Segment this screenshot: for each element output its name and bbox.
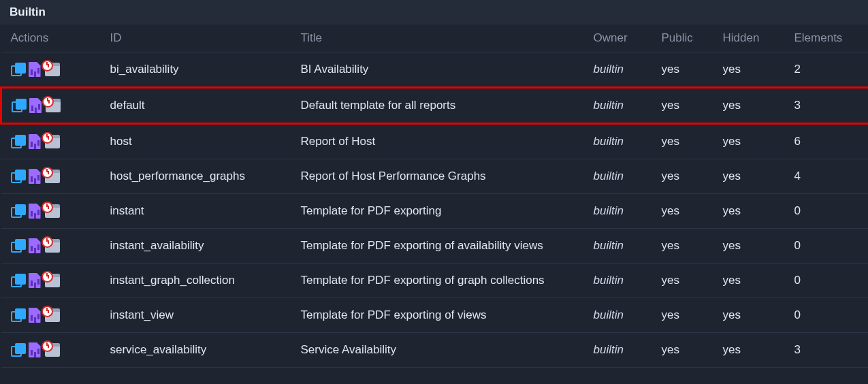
schedule-icon[interactable] — [45, 343, 60, 357]
cell-title: Template for PDF exporting of availabili… — [301, 229, 594, 263]
schedule-icon[interactable] — [45, 170, 60, 183]
table-row: instant_viewTemplate for PDF exporting o… — [1, 298, 869, 333]
actions-group — [11, 169, 101, 184]
section-header: Builtin — [0, 0, 868, 25]
cell-owner: builtin — [594, 52, 662, 88]
table-row: defaultDefault template for all reportsb… — [1, 88, 869, 124]
copy-icon[interactable] — [11, 239, 25, 253]
table-row: instant_availabilityTemplate for PDF exp… — [1, 229, 869, 263]
cell-owner: builtin — [594, 298, 662, 333]
copy-icon[interactable] — [11, 204, 25, 218]
cell-hidden: yes — [723, 298, 794, 333]
cell-actions — [1, 229, 110, 263]
cell-title: Template for PDF exporting — [301, 194, 594, 229]
reports-table: Actions ID Title Owner Public Hidden Ele… — [0, 25, 868, 368]
cell-hidden: yes — [723, 194, 794, 229]
copy-icon[interactable] — [12, 99, 25, 112]
cell-public: yes — [662, 333, 723, 368]
actions-group — [11, 273, 101, 288]
cell-id: service_availability — [110, 333, 301, 368]
col-title: Title — [301, 25, 594, 52]
report-icon[interactable] — [29, 169, 41, 184]
cell-actions — [1, 194, 110, 229]
report-icon[interactable] — [29, 238, 41, 253]
cell-owner: builtin — [594, 333, 662, 368]
cell-elements: 0 — [794, 298, 869, 333]
copy-icon[interactable] — [11, 135, 25, 148]
cell-elements: 0 — [794, 229, 869, 263]
table-row: service_availabilityService Availability… — [1, 333, 869, 368]
col-actions: Actions — [1, 25, 110, 52]
cell-id: host — [110, 124, 301, 159]
col-elements: Elements — [794, 25, 869, 52]
cell-elements: 3 — [794, 88, 869, 124]
cell-title: Report of Host — [301, 124, 594, 159]
cell-public: yes — [662, 159, 723, 194]
cell-id: instant_availability — [110, 229, 301, 263]
cell-public: yes — [662, 88, 723, 124]
col-owner: Owner — [594, 25, 662, 52]
schedule-icon[interactable] — [46, 99, 61, 112]
actions-group — [11, 308, 101, 323]
cell-public: yes — [662, 52, 723, 88]
actions-group — [11, 134, 101, 149]
cell-owner: builtin — [594, 124, 662, 159]
table-row: hostReport of Hostbuiltinyesyes6 — [1, 124, 869, 159]
cell-title: Service Availability — [301, 333, 594, 368]
cell-elements: 0 — [794, 263, 869, 298]
report-icon[interactable] — [29, 204, 41, 219]
cell-actions — [1, 298, 110, 333]
report-icon[interactable] — [29, 134, 41, 149]
cell-public: yes — [662, 263, 723, 298]
copy-icon[interactable] — [11, 343, 25, 357]
cell-owner: builtin — [594, 159, 662, 194]
cell-actions — [1, 88, 110, 124]
cell-owner: builtin — [594, 229, 662, 263]
copy-icon[interactable] — [11, 308, 25, 322]
cell-hidden: yes — [723, 159, 794, 194]
cell-elements: 2 — [794, 52, 869, 88]
cell-actions — [1, 52, 110, 88]
report-icon[interactable] — [29, 308, 41, 323]
cell-hidden: yes — [723, 124, 794, 159]
cell-id: bi_availability — [110, 52, 301, 88]
cell-public: yes — [662, 298, 723, 333]
schedule-icon[interactable] — [45, 204, 60, 218]
cell-id: host_performance_graphs — [110, 159, 301, 194]
schedule-icon[interactable] — [45, 135, 60, 148]
table-row: bi_availabilityBI Availabilitybuiltinyes… — [1, 52, 869, 88]
cell-public: yes — [662, 194, 723, 229]
cell-public: yes — [662, 124, 723, 159]
table-row: instantTemplate for PDF exportingbuiltin… — [1, 194, 869, 229]
cell-actions — [1, 333, 110, 368]
copy-icon[interactable] — [11, 63, 25, 76]
report-icon[interactable] — [29, 273, 41, 288]
cell-id: instant — [110, 194, 301, 229]
cell-elements: 6 — [794, 124, 869, 159]
cell-title: Template for PDF exporting of graph coll… — [301, 263, 594, 298]
col-hidden: Hidden — [723, 25, 794, 52]
cell-elements: 3 — [794, 333, 869, 368]
cell-actions — [1, 263, 110, 298]
cell-title: BI Availability — [301, 52, 594, 88]
schedule-icon[interactable] — [45, 63, 60, 76]
col-id: ID — [110, 25, 301, 52]
cell-title: Default template for all reports — [301, 88, 594, 124]
cell-hidden: yes — [723, 263, 794, 298]
copy-icon[interactable] — [11, 170, 25, 183]
cell-id: default — [110, 88, 301, 124]
cell-public: yes — [662, 229, 723, 263]
copy-icon[interactable] — [11, 274, 25, 287]
report-icon[interactable] — [29, 342, 41, 357]
cell-hidden: yes — [723, 88, 794, 124]
cell-owner: builtin — [594, 88, 662, 124]
schedule-icon[interactable] — [45, 239, 60, 253]
cell-hidden: yes — [723, 333, 794, 368]
cell-owner: builtin — [594, 194, 662, 229]
schedule-icon[interactable] — [45, 274, 60, 287]
report-icon[interactable] — [29, 62, 41, 77]
cell-id: instant_view — [110, 298, 301, 333]
schedule-icon[interactable] — [45, 308, 60, 322]
report-icon[interactable] — [29, 98, 42, 113]
actions-group — [11, 204, 101, 219]
